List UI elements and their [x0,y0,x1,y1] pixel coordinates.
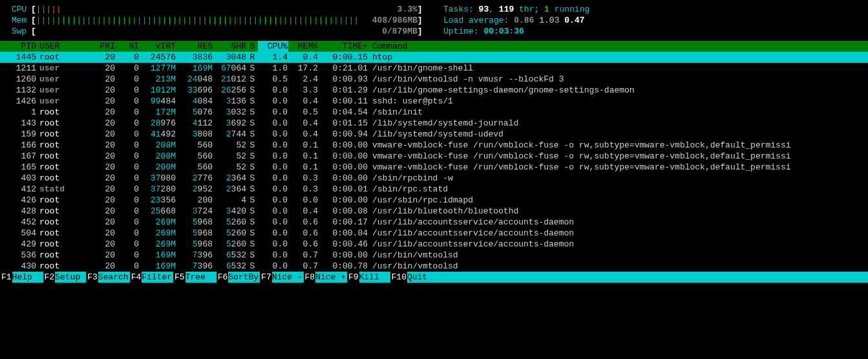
col-time+[interactable]: TIME+ [319,41,368,52]
time: 0:00.00 [319,140,368,151]
user: root [37,239,92,250]
shr: 5260 [213,217,247,228]
state: S [247,184,258,195]
uptime-line: Uptime: 00:03:36 [443,26,589,37]
shr: 3136 [213,96,247,107]
pid: 159 [0,129,37,140]
flabel-f8[interactable]: Nice + [315,272,347,283]
flabel-f6[interactable]: SortBy [228,272,260,283]
res: 3808 [176,129,213,140]
col-virt[interactable]: VIRT [140,41,176,52]
process-row[interactable]: 143root2002897641123692S0.00.40:01.15/li… [0,118,868,129]
column-header[interactable]: PIDUSERPRINIVIRTRESSHRSCPU%MEM%TIME+Comm… [0,41,868,52]
res: 5968 [176,228,213,239]
user: root [37,206,92,217]
process-row[interactable]: 1132user2001012M3369626256S0.03.30:01.29… [0,85,868,96]
fkey-f6[interactable]: F6 [217,272,229,283]
shr: 6532 [213,261,247,272]
function-keys[interactable]: F1Help F2Setup F3SearchF4FilterF5Tree F6… [0,272,868,283]
fkey-f10[interactable]: F10 [390,272,407,283]
flabel-f7[interactable]: Nice - [272,272,304,283]
pri: 20 [92,96,116,107]
flabel-f1[interactable]: Help [12,272,43,283]
res: 2952 [176,184,213,195]
process-row[interactable]: 165root200200M56052S0.00.10:00.00vmware-… [0,162,868,173]
time: 0:00.01 [319,184,368,195]
state: S [247,261,258,272]
flabel-f10[interactable]: Quit [407,272,438,283]
virt: 23356 [140,195,176,206]
mem: 0.4 [288,52,319,63]
process-row[interactable]: 1426user2009948440843136S0.00.40:00.11ss… [0,96,868,107]
process-row[interactable]: 426root200233562004S0.00.00:00.00/usr/sb… [0,195,868,206]
fkey-f7[interactable]: F7 [260,272,272,283]
ni: 0 [116,173,140,184]
process-row[interactable]: 429root200269M59685260S0.00.60:00.46/usr… [0,239,868,250]
col-shr[interactable]: SHR [213,41,247,52]
flabel-f2[interactable]: Setup [55,272,86,283]
process-row[interactable]: 167root200200M56052S0.00.10:00.00vmware-… [0,151,868,162]
ni: 0 [116,140,140,151]
fkey-f1[interactable]: F1 [0,272,12,283]
bar-open: [ [31,15,36,26]
shr: 52 [213,151,247,162]
process-list[interactable]: 1445root2002457638363048R1.40.40:00.15ht… [0,52,868,272]
process-row[interactable]: 452root200269M59685260S0.00.60:00.17/usr… [0,217,868,228]
fkey-f9[interactable]: F9 [347,272,359,283]
process-row[interactable]: 536root200169M73966532S0.00.70:00.00/usr… [0,250,868,261]
cpu: 0.0 [258,217,288,228]
process-row[interactable]: 1root200172M50763032S0.00.50:04.54/sbin/… [0,107,868,118]
process-row[interactable]: 159root2004149238082744S0.00.40:00.94/li… [0,129,868,140]
pid: 504 [0,228,37,239]
fkey-f3[interactable]: F3 [86,272,98,283]
col-cpu%[interactable]: CPU% [258,41,288,52]
fkey-f8[interactable]: F8 [304,272,316,283]
process-row[interactable]: 428root2002566837243420S0.00.40:00.08/us… [0,206,868,217]
shr: 3420 [213,206,247,217]
pid: 1445 [0,52,37,63]
user: user [37,85,92,96]
process-row[interactable]: 1445root2002457638363048R1.40.40:00.15ht… [0,52,868,63]
flabel-f4[interactable]: Filter [142,272,173,283]
process-row[interactable]: 412statd2003728029522364S0.00.30:00.01/s… [0,184,868,195]
virt: 213M [140,74,176,85]
col-pid[interactable]: PID [0,41,37,52]
col-s[interactable]: S [247,41,258,52]
mem: 0.1 [288,151,319,162]
process-row[interactable]: 403root2003708027762364S0.00.30:00.00/sb… [0,173,868,184]
process-row[interactable]: 1211user2001277M169M67064S1.017.20:21.01… [0,63,868,74]
cpu: 0.0 [258,162,288,173]
shr: 3032 [213,107,247,118]
fkey-f5[interactable]: F5 [173,272,185,283]
flabel-f9[interactable]: Kill [359,272,390,283]
shr: 5260 [213,239,247,250]
mem-text: 408/986MB [372,15,418,26]
cpu: 0.0 [258,129,288,140]
mem-meter: Mem [ ||||||||||||||||||||||||||||||||||… [12,15,868,26]
fkey-f4[interactable]: F4 [130,272,142,283]
process-row[interactable]: 1260user200213M2404821012S0.52.40:00.93/… [0,74,868,85]
flabel-f5[interactable]: Tree [185,272,217,283]
col-command[interactable]: Command [368,41,868,52]
shr: 5260 [213,228,247,239]
col-res[interactable]: RES [176,41,213,52]
time: 0:00.94 [319,129,368,140]
state: S [247,228,258,239]
cpu: 0.0 [258,173,288,184]
user: root [37,250,92,261]
mem: 0.4 [288,129,319,140]
mem: 0.6 [288,239,319,250]
mem: 0.1 [288,162,319,173]
pid: 429 [0,239,37,250]
col-pri[interactable]: PRI [92,41,116,52]
shr: 2364 [213,173,247,184]
fkey-f2[interactable]: F2 [43,272,56,283]
col-user[interactable]: USER [37,41,92,52]
col-ni[interactable]: NI [116,41,140,52]
process-row[interactable]: 166root200200M56052S0.00.10:00.00vmware-… [0,140,868,151]
bar-close: ] [418,26,423,37]
col-mem%[interactable]: MEM% [288,41,319,52]
process-row[interactable]: 430root200169M73966532S0.00.70:00.78/usr… [0,261,868,272]
flabel-f3[interactable]: Search [98,272,130,283]
process-row[interactable]: 504root200269M59685260S0.00.60:00.04/usr… [0,228,868,239]
